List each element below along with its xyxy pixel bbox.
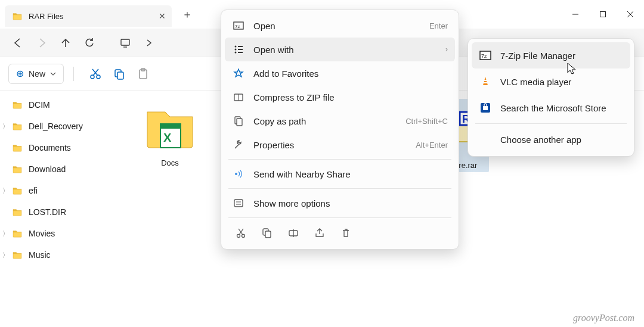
menu-favorites[interactable]: Add to Favorites bbox=[225, 61, 455, 85]
file-item[interactable]: XDocs bbox=[137, 99, 203, 172]
breadcrumb-chevron-icon[interactable] bbox=[137, 31, 161, 55]
svg-rect-34 bbox=[234, 200, 243, 207]
svg-point-33 bbox=[235, 173, 237, 175]
svg-rect-42 bbox=[265, 231, 271, 238]
copy-path-icon bbox=[232, 116, 245, 126]
sidebar-item-label: Dell_Recovery bbox=[29, 122, 83, 131]
divider bbox=[73, 67, 74, 81]
submenu-store[interactable]: Search the Microsoft Store bbox=[472, 95, 630, 121]
svg-point-37 bbox=[237, 235, 240, 238]
menu-more-options[interactable]: Show more options bbox=[225, 191, 455, 215]
wrench-icon bbox=[232, 139, 245, 150]
svg-rect-48 bbox=[484, 82, 487, 83]
menu-open[interactable]: 7z Open Enter bbox=[225, 14, 455, 38]
refresh-button[interactable] bbox=[78, 31, 101, 55]
menu-open-shortcut: Enter bbox=[429, 21, 448, 30]
folder-icon bbox=[12, 229, 23, 238]
share-icon[interactable] bbox=[312, 225, 327, 241]
close-icon[interactable]: ✕ bbox=[159, 11, 166, 21]
back-button[interactable] bbox=[6, 31, 30, 55]
svg-point-25 bbox=[235, 52, 237, 54]
svg-rect-32 bbox=[237, 119, 242, 126]
sidebar-item-label: Movies bbox=[29, 229, 55, 238]
new-tab-button[interactable]: ＋ bbox=[177, 4, 198, 25]
menu-copy-path-label: Copy as path bbox=[253, 116, 306, 126]
svg-text:X: X bbox=[163, 131, 172, 144]
menu-compress-label: Compress to ZIP file bbox=[253, 92, 335, 102]
sidebar-item[interactable]: 〉Dell_Recovery bbox=[0, 116, 125, 137]
separator bbox=[228, 159, 451, 160]
rename-icon[interactable] bbox=[286, 225, 301, 241]
submenu-choose-label: Choose another app bbox=[500, 135, 581, 145]
svg-rect-8 bbox=[121, 39, 129, 45]
close-window-button[interactable] bbox=[617, 2, 644, 26]
menu-open-with[interactable]: Open with › bbox=[225, 38, 455, 61]
svg-point-38 bbox=[242, 235, 245, 238]
sidebar-item-label: Music bbox=[29, 250, 51, 260]
folder-icon bbox=[12, 144, 23, 152]
svg-rect-27 bbox=[238, 49, 243, 50]
7z-icon: 7z bbox=[232, 20, 245, 31]
sidebar-item[interactable]: 〉Music bbox=[0, 244, 125, 266]
new-label: New bbox=[29, 69, 45, 79]
chevron-right-icon: 〉 bbox=[2, 186, 9, 195]
svg-point-10 bbox=[91, 75, 94, 79]
copy-button[interactable] bbox=[107, 62, 131, 86]
cut-icon[interactable] bbox=[233, 225, 249, 241]
sidebar-item[interactable]: DCIM bbox=[0, 94, 125, 116]
maximize-button[interactable] bbox=[589, 2, 617, 26]
submenu-choose-another[interactable]: Choose another app bbox=[472, 126, 630, 152]
submenu-7zip-label: 7-Zip File Manager bbox=[500, 51, 575, 61]
open-with-icon bbox=[232, 44, 245, 55]
menu-nearby-share[interactable]: Send with Nearby Share bbox=[225, 162, 455, 186]
svg-rect-50 bbox=[483, 106, 488, 110]
submenu-vlc[interactable]: VLC media player bbox=[472, 68, 630, 95]
sidebar-item-label: DCIM bbox=[29, 100, 50, 110]
menu-properties-label: Properties bbox=[253, 140, 294, 150]
up-button[interactable] bbox=[54, 31, 78, 55]
cut-button[interactable] bbox=[83, 62, 107, 86]
chevron-down-icon bbox=[50, 71, 56, 77]
sidebar-item-label: Download bbox=[29, 164, 66, 174]
chevron-right-icon: 〉 bbox=[2, 229, 9, 238]
folder-icon bbox=[12, 122, 23, 130]
delete-icon[interactable] bbox=[338, 225, 354, 241]
svg-rect-19 bbox=[160, 124, 181, 129]
separator bbox=[228, 188, 451, 189]
copy-icon[interactable] bbox=[259, 225, 275, 241]
forward-button[interactable] bbox=[30, 31, 54, 55]
sidebar-item-label: efi bbox=[29, 186, 38, 195]
menu-compress[interactable]: Compress to ZIP file bbox=[225, 85, 455, 109]
sidebar-item[interactable]: 〉Movies bbox=[0, 223, 125, 244]
svg-line-12 bbox=[93, 69, 98, 76]
minimize-button[interactable] bbox=[562, 2, 589, 26]
new-button[interactable]: ⊕ New bbox=[8, 64, 64, 84]
this-pc-icon[interactable] bbox=[113, 31, 137, 55]
svg-text:7z: 7z bbox=[481, 53, 487, 59]
folder-icon bbox=[12, 186, 23, 195]
sidebar-item[interactable]: LOST.DIR bbox=[0, 201, 125, 223]
svg-rect-47 bbox=[484, 80, 487, 81]
menu-nearby-label: Send with Nearby Share bbox=[253, 169, 351, 179]
sidebar-item[interactable]: Download bbox=[0, 158, 125, 180]
watermark: groovyPost.com bbox=[573, 313, 634, 323]
folder-icon bbox=[12, 101, 23, 109]
sidebar-item[interactable]: 〉efi bbox=[0, 180, 125, 201]
chevron-right-icon: › bbox=[445, 45, 448, 54]
menu-favorites-label: Add to Favorites bbox=[253, 68, 318, 79]
tab-rar-files[interactable]: RAR Files ✕ bbox=[5, 5, 172, 27]
menu-properties[interactable]: Properties Alt+Enter bbox=[225, 133, 455, 157]
folder-icon bbox=[12, 208, 23, 216]
paste-button[interactable] bbox=[131, 62, 155, 86]
window-controls bbox=[562, 2, 644, 26]
folder-icon bbox=[12, 12, 23, 20]
plus-icon: ⊕ bbox=[16, 68, 24, 79]
separator bbox=[228, 217, 451, 218]
sidebar-item[interactable]: Documents bbox=[0, 137, 125, 158]
submenu-vlc-label: VLC media player bbox=[500, 77, 571, 87]
quick-actions-row bbox=[225, 220, 455, 245]
open-with-submenu: 7z 7-Zip File Manager VLC media player S… bbox=[467, 38, 634, 157]
submenu-7zip[interactable]: 7z 7-Zip File Manager bbox=[472, 42, 630, 68]
menu-copy-path[interactable]: Copy as path Ctrl+Shift+C bbox=[225, 109, 455, 133]
chevron-right-icon: 〉 bbox=[2, 251, 9, 260]
